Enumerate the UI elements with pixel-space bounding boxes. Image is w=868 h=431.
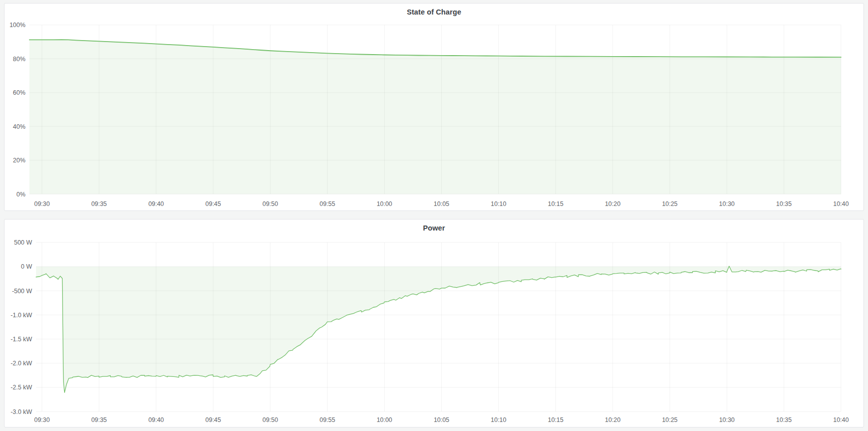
svg-text:09:30: 09:30	[34, 200, 50, 207]
svg-text:-500 W: -500 W	[12, 288, 32, 295]
svg-text:-1.5 kW: -1.5 kW	[11, 336, 32, 343]
svg-text:10:35: 10:35	[776, 416, 792, 423]
svg-text:-2.5 kW: -2.5 kW	[11, 384, 32, 391]
svg-text:10:20: 10:20	[605, 200, 621, 207]
svg-text:20%: 20%	[13, 157, 26, 164]
svg-text:09:35: 09:35	[91, 416, 107, 423]
svg-text:09:40: 09:40	[148, 200, 164, 207]
svg-text:09:55: 09:55	[320, 200, 335, 207]
svg-text:09:45: 09:45	[205, 416, 221, 423]
svg-text:10:40: 10:40	[833, 416, 849, 423]
svg-text:0 W: 0 W	[21, 263, 32, 270]
series-area	[36, 266, 841, 392]
power-chart[interactable]: 500 W0 W-500 W-1.0 kW-1.5 kW-2.0 kW-2.5 …	[5, 220, 863, 427]
svg-text:40%: 40%	[13, 123, 26, 130]
svg-text:500 W: 500 W	[14, 239, 32, 246]
svg-text:-1.0 kW: -1.0 kW	[11, 312, 32, 319]
svg-text:10:05: 10:05	[434, 416, 449, 423]
svg-text:10:30: 10:30	[719, 200, 735, 207]
svg-text:80%: 80%	[13, 56, 26, 63]
svg-text:09:40: 09:40	[148, 416, 164, 423]
panel-power: Power 500 W0 W-500 W-1.0 kW-1.5 kW-2.0 k…	[4, 219, 864, 427]
svg-text:09:45: 09:45	[205, 200, 221, 207]
svg-text:10:25: 10:25	[662, 416, 678, 423]
svg-text:09:50: 09:50	[262, 416, 278, 423]
svg-text:10:40: 10:40	[833, 200, 849, 207]
state-of-charge-chart[interactable]: 100%80%60%40%20%0%09:3009:3509:4009:4509…	[5, 4, 863, 210]
svg-text:10:15: 10:15	[548, 200, 563, 207]
svg-text:10:10: 10:10	[491, 416, 506, 423]
svg-text:10:15: 10:15	[548, 416, 563, 423]
y-axis-labels: 500 W0 W-500 W-1.0 kW-1.5 kW-2.0 kW-2.5 …	[11, 239, 32, 415]
svg-text:10:00: 10:00	[377, 200, 392, 207]
svg-text:10:00: 10:00	[377, 416, 392, 423]
svg-text:10:25: 10:25	[662, 200, 678, 207]
x-axis-labels: 09:3009:3509:4009:4509:5009:5510:0010:05…	[34, 416, 848, 423]
svg-text:10:35: 10:35	[776, 200, 792, 207]
svg-text:0%: 0%	[17, 191, 26, 198]
svg-text:09:55: 09:55	[320, 416, 335, 423]
svg-text:09:30: 09:30	[34, 416, 50, 423]
svg-text:10:05: 10:05	[434, 200, 449, 207]
svg-text:09:50: 09:50	[262, 200, 278, 207]
svg-text:09:35: 09:35	[91, 200, 107, 207]
svg-text:10:30: 10:30	[719, 416, 735, 423]
svg-text:60%: 60%	[13, 89, 26, 96]
svg-text:100%: 100%	[10, 22, 26, 29]
x-axis-labels: 09:3009:3509:4009:4509:5009:5510:0010:05…	[34, 200, 848, 207]
svg-text:-3.0 kW: -3.0 kW	[11, 408, 32, 415]
panel-state-of-charge: State of Charge 100%80%60%40%20%0%09:300…	[4, 3, 864, 211]
svg-text:10:20: 10:20	[605, 416, 621, 423]
series-area	[30, 40, 841, 194]
svg-text:-2.0 kW: -2.0 kW	[11, 360, 32, 367]
y-axis-labels: 100%80%60%40%20%0%	[10, 22, 26, 197]
svg-text:10:10: 10:10	[491, 200, 506, 207]
